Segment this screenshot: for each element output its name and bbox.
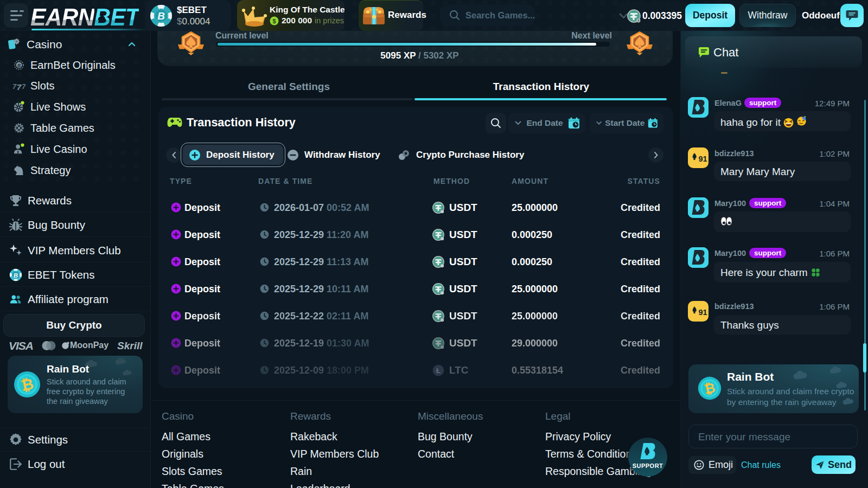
svg-text:Ł: Ł (436, 367, 441, 375)
svg-text:B: B (157, 10, 165, 22)
svg-text:B: B (637, 19, 640, 22)
svg-text:7: 7 (12, 82, 17, 91)
svg-text:$: $ (272, 17, 276, 24)
svg-text:B: B (14, 272, 18, 278)
svg-text:91: 91 (698, 308, 707, 317)
svg-text:B: B (17, 63, 21, 68)
svg-text:7: 7 (22, 82, 25, 91)
svg-text:91: 91 (698, 155, 707, 163)
svg-text:7: 7 (17, 82, 22, 92)
